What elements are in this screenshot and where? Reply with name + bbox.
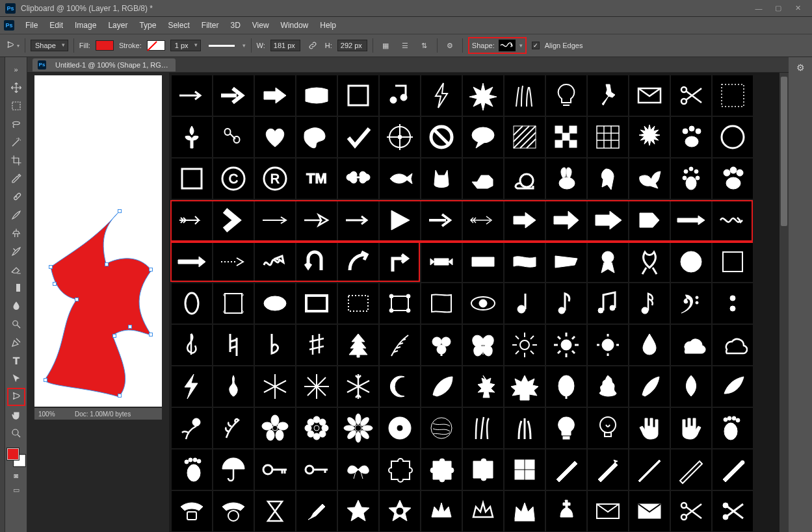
shape-key-simple[interactable]	[296, 450, 337, 490]
shape-flag-angled[interactable]	[546, 242, 586, 282]
shape-umbrella[interactable]	[213, 450, 254, 490]
shape-ribbon-loop[interactable]	[629, 242, 670, 282]
stroke-swatch[interactable]	[147, 40, 165, 51]
shape-puzzle-2[interactable]	[421, 450, 462, 490]
shape-phone-old[interactable]	[172, 491, 212, 531]
stroke-style-preview[interactable]	[209, 45, 235, 47]
shape-hand-left[interactable]	[629, 408, 670, 448]
shape-leaf-3[interactable]	[629, 366, 670, 407]
shape-brush-icon[interactable]	[296, 491, 337, 531]
wand-tool[interactable]	[8, 134, 25, 151]
shape-pawprint-holes[interactable]	[671, 117, 711, 157]
shape-bolt[interactable]	[172, 366, 212, 407]
shape-envelope[interactable]	[629, 75, 670, 116]
shape-crown-3[interactable]	[504, 491, 545, 531]
shape-arrow-dotline[interactable]	[213, 242, 254, 282]
shape-raindrop[interactable]	[629, 325, 670, 365]
shape-music-eighth[interactable]	[546, 283, 586, 323]
shape-treble-clef[interactable]	[172, 325, 212, 365]
shape-bulb-solid[interactable]	[546, 408, 586, 448]
path-options-icon[interactable]: ⇅	[417, 38, 432, 53]
pen-tool[interactable]	[8, 334, 25, 351]
shape-sun-solid[interactable]	[546, 325, 586, 365]
shape-foot-left[interactable]	[713, 408, 753, 448]
shape-key-ornate[interactable]	[255, 450, 295, 490]
shape-scissors-3[interactable]	[713, 491, 753, 531]
shape-phone-rotary[interactable]	[213, 491, 254, 531]
shape-arrow-thick-long[interactable]	[172, 242, 212, 282]
fg-color-swatch[interactable]	[7, 448, 19, 460]
path-arrange-icon[interactable]: ☰	[398, 38, 412, 53]
shape-sun-rays[interactable]	[504, 325, 545, 365]
tool-preset-icon[interactable]: ▾	[5, 38, 20, 53]
shape-starburst-8[interactable]	[463, 75, 503, 116]
shape-arrow-line[interactable]	[172, 75, 212, 116]
shape-puzzle-cluster[interactable]	[504, 450, 545, 490]
drawn-shape[interactable]	[41, 205, 158, 400]
menu-image[interactable]: Image	[69, 18, 102, 32]
shape-puzzle-3[interactable]	[463, 450, 503, 490]
link-wh-icon[interactable]	[306, 38, 320, 53]
shape-arrow-basic[interactable]	[338, 200, 378, 240]
shape-grass-3[interactable]	[504, 408, 545, 448]
path-align-icon[interactable]: ▦	[378, 38, 393, 53]
shape-music-stem[interactable]	[504, 283, 545, 323]
menu-3d[interactable]: 3D	[224, 18, 246, 32]
shape-leaf-5[interactable]	[713, 366, 753, 407]
shape-squiggle-arrow[interactable]	[255, 242, 295, 282]
shape-oval-frame[interactable]	[172, 283, 212, 323]
shape-preview-thumb[interactable]	[499, 40, 516, 51]
document-tab[interactable]: Ps Untitled-1 @ 100% (Shape 1, RGB/8/C	[33, 58, 176, 71]
shape-bulb-outline[interactable]	[546, 75, 586, 116]
menu-help[interactable]: Help	[314, 18, 342, 32]
shape-arrow-long[interactable]	[671, 200, 711, 240]
shape-flower-sprig[interactable]	[213, 408, 254, 448]
shape-hourglass[interactable]	[255, 491, 295, 531]
shape-seal[interactable]	[671, 242, 711, 282]
shape-ribbon-banner[interactable]	[421, 242, 462, 282]
shape-wolf-tracks[interactable]	[671, 158, 711, 199]
shape-sun-simple[interactable]	[588, 325, 628, 365]
shape-oval-solid[interactable]	[255, 283, 295, 323]
shape-mode-dropdown[interactable]: Shape	[31, 40, 68, 51]
shape-colon[interactable]	[713, 283, 753, 323]
shape-target[interactable]	[380, 117, 420, 157]
shape-snowflake-2[interactable]	[296, 366, 337, 407]
shape-butterfly[interactable]	[463, 325, 503, 365]
shape-diag-stripes[interactable]	[504, 117, 545, 157]
quickmask-icon[interactable]: ◙	[10, 470, 23, 481]
shape-cloud-solid[interactable]	[671, 325, 711, 365]
shape-pencil-3[interactable]	[629, 450, 670, 490]
menu-edit[interactable]: Edit	[44, 18, 69, 32]
custom-shape-tool[interactable]	[8, 388, 25, 405]
shape-pencil-5[interactable]	[713, 450, 753, 490]
shape-stamp[interactable]	[713, 75, 753, 116]
shape-bulb-filament[interactable]	[588, 408, 628, 448]
shape-burst-12[interactable]	[629, 117, 670, 157]
shape-lightning-thin[interactable]	[421, 75, 462, 116]
shape-flower-5[interactable]	[255, 408, 295, 448]
shape-blob[interactable]	[296, 117, 337, 157]
shape-arrow-thin-long[interactable]	[255, 200, 295, 240]
shape-dog[interactable]	[463, 158, 503, 199]
shape-circle-outline[interactable]	[713, 117, 753, 157]
menu-filter[interactable]: Filter	[196, 18, 225, 32]
shape-checkmark[interactable]	[338, 117, 378, 157]
eyedropper-tool[interactable]	[8, 170, 25, 187]
shape-snowflake-3[interactable]	[338, 366, 378, 407]
shape-fern[interactable]	[380, 325, 420, 365]
shape-checker[interactable]	[546, 117, 586, 157]
shape-ornate-frame[interactable]	[213, 283, 254, 323]
shape-curve-right[interactable]	[338, 242, 378, 282]
shape-flower-stem[interactable]	[172, 408, 212, 448]
color-swatches[interactable]	[7, 448, 25, 466]
shape-flame[interactable]	[213, 366, 254, 407]
shape-frame-thin[interactable]	[713, 242, 753, 282]
stroke-width-dropdown[interactable]: 1 px	[170, 40, 201, 51]
blur-tool[interactable]	[8, 298, 25, 314]
menu-select[interactable]: Select	[162, 18, 195, 32]
shape-bone[interactable]	[338, 158, 378, 199]
align-edges-checkbox[interactable]: ✓	[532, 42, 540, 49]
shape-grass[interactable]	[504, 75, 545, 116]
zoom-level[interactable]: 100%	[38, 411, 67, 418]
